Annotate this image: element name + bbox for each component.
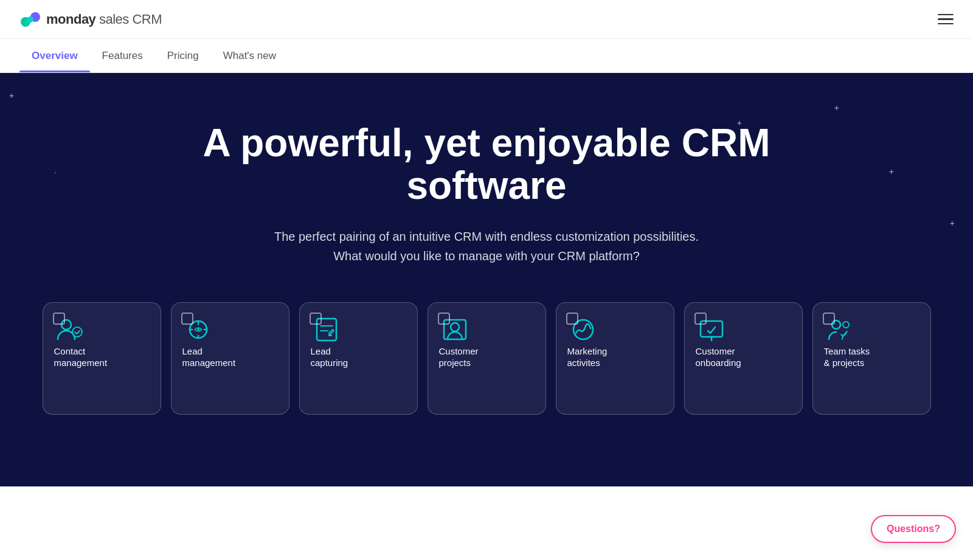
- hero-section: + + + + + + • A powerful, yet enjoyable …: [0, 73, 973, 486]
- card-label: Marketing activites: [567, 345, 608, 369]
- svg-point-22: [843, 322, 849, 328]
- card-checkbox[interactable]: [310, 313, 322, 325]
- card-checkbox[interactable]: [53, 313, 65, 325]
- card-customer-onboarding[interactable]: Customer onboarding: [684, 302, 803, 415]
- card-checkbox[interactable]: [566, 313, 578, 325]
- card-checkbox[interactable]: [438, 313, 450, 325]
- hamburger-menu[interactable]: [938, 14, 954, 25]
- card-marketing-activities[interactable]: Marketing activites: [556, 302, 674, 415]
- card-lead-capturing[interactable]: Lead capturing: [299, 302, 418, 415]
- card-label: Customer onboarding: [696, 345, 741, 369]
- card-team-tasks[interactable]: Team tasks & projects: [812, 302, 931, 415]
- card-label: Customer projects: [439, 345, 479, 369]
- card-label: Lead capturing: [311, 345, 348, 369]
- svg-point-2: [27, 16, 33, 22]
- svg-point-6: [197, 328, 199, 331]
- logo-text: monday sales CRM: [46, 12, 162, 27]
- card-label: Team tasks & projects: [824, 345, 870, 369]
- star-decoration: +: [950, 219, 955, 227]
- card-label: Lead management: [182, 345, 236, 369]
- logo-icon: [19, 9, 41, 30]
- hero-subtitle: The perfect pairing of an intuitive CRM …: [274, 227, 699, 266]
- nav-pricing[interactable]: Pricing: [155, 39, 211, 72]
- card-lead-management[interactable]: Lead management: [171, 302, 289, 415]
- card-checkbox[interactable]: [694, 313, 707, 325]
- star-decoration: +: [9, 91, 14, 100]
- logo[interactable]: monday sales CRM: [19, 9, 162, 30]
- header: monday sales CRM: [0, 0, 973, 39]
- hamburger-line-2: [938, 18, 954, 20]
- nav-overview[interactable]: Overview: [19, 39, 90, 72]
- hamburger-line-3: [938, 23, 954, 25]
- svg-point-4: [72, 327, 82, 337]
- feature-cards-row: Contact management Lead management: [24, 302, 949, 415]
- nav-whats-new[interactable]: What's new: [211, 39, 288, 72]
- nav-features[interactable]: Features: [90, 39, 155, 72]
- hamburger-line-1: [938, 14, 954, 16]
- navigation: Overview Features Pricing What's new: [0, 39, 973, 73]
- card-label: Contact management: [54, 345, 108, 369]
- card-checkbox[interactable]: [823, 313, 835, 325]
- card-contact-management[interactable]: Contact management: [43, 302, 161, 415]
- hero-title: A powerful, yet enjoyable CRM software: [152, 122, 821, 207]
- star-decoration: •: [55, 170, 57, 175]
- card-checkbox[interactable]: [181, 313, 193, 325]
- svg-point-16: [451, 323, 459, 331]
- card-customer-projects[interactable]: Customer projects: [428, 302, 546, 415]
- star-decoration: +: [834, 103, 839, 112]
- star-decoration: +: [889, 167, 894, 176]
